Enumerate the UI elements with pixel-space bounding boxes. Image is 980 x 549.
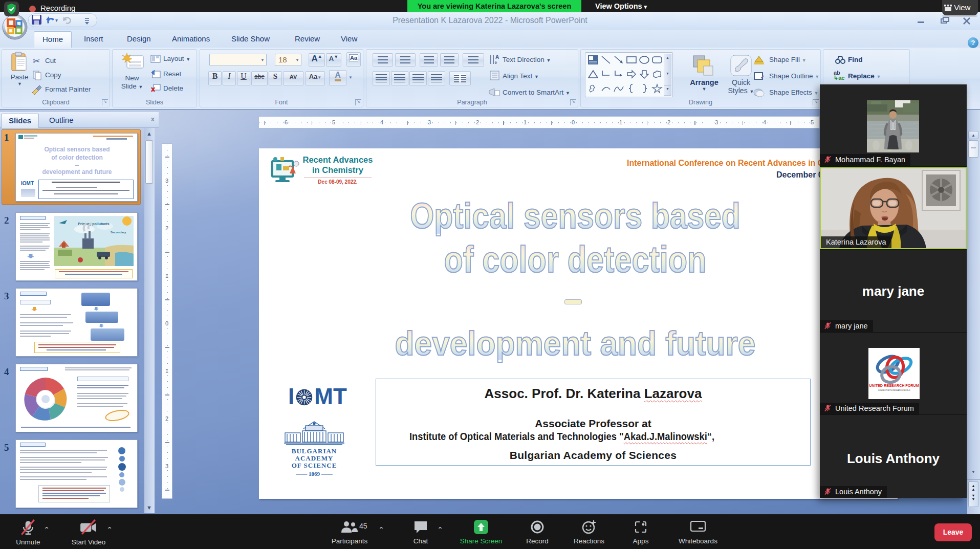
- svg-text:CONNECT WITH RESEARCH WORLD: CONNECT WITH RESEARCH WORLD: [878, 389, 910, 391]
- svg-text:Secondary: Secondary: [111, 231, 126, 234]
- svg-text:Primary pollutants: Primary pollutants: [78, 222, 110, 226]
- svg-text:▾: ▾: [55, 17, 58, 23]
- svg-text:A: A: [495, 54, 499, 60]
- svg-text:UNITED RESEARCH FORUM: UNITED RESEARCH FORUM: [869, 383, 919, 388]
